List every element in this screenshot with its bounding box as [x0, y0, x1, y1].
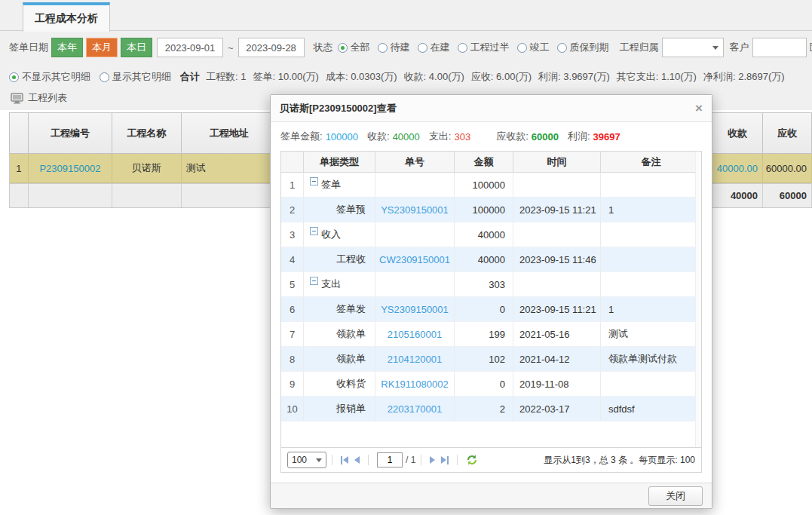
collapse-icon[interactable] — [310, 177, 318, 185]
signed-amount-label: 签单金额: — [280, 130, 323, 143]
doc-no-link[interactable]: YS2309150001 — [381, 204, 449, 216]
table-row[interactable]: 3 收入 40000 — [281, 222, 701, 247]
doc-no-link[interactable]: 2105160001 — [388, 329, 442, 340]
stat-profit: 利润: 3.9697(万) — [538, 70, 610, 84]
doc-no-link[interactable]: CW2309150001 — [379, 254, 450, 265]
column-header-address[interactable]: 工程地址 — [182, 113, 277, 153]
stat-project-count: 工程数: 1 — [206, 70, 246, 84]
column-header-rownum[interactable] — [10, 113, 29, 153]
date-to-input[interactable] — [238, 38, 305, 57]
received-label: 收款: — [367, 130, 390, 143]
stat-cost: 成本: 0.0303(万) — [326, 70, 397, 84]
column-header-receivable[interactable]: 应收 — [763, 113, 812, 153]
table-row[interactable]: 7 领款单 2105160001 199 2021-05-16 测试 — [281, 322, 701, 347]
customer-label: 客户 — [730, 41, 749, 54]
dialog-title-bar[interactable]: 贝诺斯[P2309150002]查看 × — [271, 95, 712, 122]
page-size-select[interactable]: 100 — [287, 452, 326, 468]
total-received: 40000 — [712, 184, 763, 207]
pagination-info: 显示从1到3，总 3 条 。每页显示: 100 — [544, 454, 695, 467]
column-header-time[interactable]: 时间 — [513, 152, 601, 172]
page-number-input[interactable] — [377, 452, 403, 467]
dialog-grid-header: 单据类型 单号 金额 时间 备注 — [281, 152, 701, 173]
total-receivable: 60000 — [763, 184, 812, 207]
close-button[interactable]: 关闭 — [648, 486, 703, 506]
show-other-detail-radio[interactable]: 显示其它明细 — [100, 70, 171, 84]
project-owner-select[interactable] — [662, 38, 724, 57]
receivable-label: 应收款: — [496, 130, 529, 143]
first-page-icon[interactable] — [341, 456, 348, 464]
table-row[interactable]: 10 报销单 2203170001 2 2022-03-17 sdfdsf — [281, 397, 701, 422]
radio-icon[interactable] — [557, 43, 567, 53]
collapse-icon[interactable] — [310, 277, 318, 285]
customer-input[interactable] — [752, 38, 807, 57]
status-radio-completed[interactable]: 竣工 — [517, 41, 550, 54]
radio-icon[interactable] — [517, 43, 527, 53]
radio-icon[interactable] — [100, 72, 109, 82]
column-header-received[interactable]: 收款 — [712, 113, 763, 153]
tab-label: 工程成本分析 — [35, 12, 98, 26]
column-header-doc-no[interactable]: 单号 — [375, 152, 455, 172]
date-from-input[interactable] — [157, 38, 223, 57]
project-code-link[interactable]: P2309150002 — [39, 163, 100, 174]
filter-bar: 签单日期 本年 本月 本日 ~ 状态 全部 待建 在建 工程过半 竣工 质保到期… — [0, 36, 812, 59]
table-row[interactable]: 5 支出 303 — [281, 272, 701, 297]
stat-received: 收款: 4.00(万) — [404, 70, 464, 84]
section-title: 工程列表 — [28, 91, 67, 105]
this-month-button[interactable]: 本月 — [86, 38, 118, 57]
tab-project-cost-analysis[interactable]: 工程成本分析 — [23, 2, 110, 32]
status-radio-all[interactable]: 全部 — [338, 41, 370, 54]
radio-icon[interactable] — [378, 43, 388, 53]
column-header-note[interactable]: 备注 — [601, 152, 701, 172]
this-year-button[interactable]: 本年 — [51, 38, 83, 57]
prev-page-icon[interactable] — [354, 456, 360, 464]
table-row[interactable]: 1 签单 100000 — [281, 173, 701, 198]
close-icon[interactable]: × — [695, 102, 703, 115]
status-radio-pending[interactable]: 待建 — [378, 41, 410, 54]
project-list-section-header: 工程列表 — [11, 91, 67, 105]
column-header-code[interactable]: 工程编号 — [29, 113, 112, 153]
radio-icon[interactable] — [338, 43, 348, 53]
doc-no-link[interactable]: RK1911080002 — [381, 379, 448, 390]
stat-net-profit: 净利润: 2.8697(万) — [703, 70, 785, 84]
collapse-icon[interactable] — [310, 227, 318, 235]
project-address-cell: 测试 — [182, 154, 277, 183]
radio-icon[interactable] — [9, 72, 19, 82]
signed-amount-value: 100000 — [326, 131, 358, 143]
column-header-doc-type[interactable]: 单据类型 — [304, 152, 375, 172]
column-header-name[interactable]: 工程名称 — [112, 113, 182, 153]
receivable-cell: 60000.00 — [763, 154, 812, 183]
today-button[interactable]: 本日 — [121, 38, 152, 57]
received-link[interactable]: 40000.00 — [717, 163, 758, 174]
dialog-footer: 关闭 — [271, 483, 712, 508]
next-page-icon[interactable] — [430, 456, 435, 464]
summary-bar: 不显示其它明细 显示其它明细 合计 工程数: 1 签单: 10.00(万) 成本… — [0, 66, 812, 87]
table-row[interactable]: 6 签单发 YS2309150001 0 2023-09-15 11:21 1 — [281, 297, 701, 322]
table-row[interactable]: 4 工程收 CW2309150001 40000 2023-09-15 11:4… — [281, 247, 701, 272]
status-radio-warranty-due[interactable]: 质保到期 — [557, 41, 609, 54]
table-row[interactable]: 8 领款单 2104120001 102 2021-04-12 领款单测试付款 — [281, 347, 701, 372]
dialog-title: 贝诺斯[P2309150002]查看 — [280, 102, 397, 115]
chevron-down-icon — [712, 46, 719, 50]
status-radio-in-progress[interactable]: 在建 — [418, 41, 450, 54]
radio-icon[interactable] — [418, 43, 427, 53]
stat-other-expense: 其它支出: 1.10(万) — [617, 70, 697, 84]
refresh-icon[interactable] — [466, 454, 478, 466]
doc-no-link[interactable]: YS2309150001 — [381, 304, 449, 315]
status-radio-half-done[interactable]: 工程过半 — [458, 41, 510, 54]
table-row[interactable]: 9 收料货 RK1911080002 0 2019-11-08 — [281, 372, 701, 397]
project-name-cell: 贝诺斯 — [112, 154, 182, 183]
chevron-down-icon — [316, 458, 322, 462]
stat-signed: 签单: 10.00(万) — [253, 70, 318, 84]
pagination-bar: 100 / 1 显示从1到3，总 3 条 。每页显示: 100 — [280, 448, 702, 473]
column-header-amount[interactable]: 金额 — [455, 152, 513, 172]
profit-label: 利润: — [568, 130, 590, 143]
hide-other-detail-radio[interactable]: 不显示其它明细 — [9, 70, 90, 84]
doc-no-link[interactable]: 2104120001 — [388, 354, 442, 365]
monitor-icon — [11, 93, 23, 104]
table-row[interactable]: 2 签单预 YS2309150001 100000 2023-09-15 11:… — [281, 198, 701, 222]
radio-icon[interactable] — [458, 43, 467, 53]
status-label: 状态 — [314, 41, 333, 54]
scrollbar-track[interactable] — [695, 152, 701, 447]
doc-no-link[interactable]: 2203170001 — [388, 403, 442, 415]
last-page-icon[interactable] — [441, 456, 449, 464]
